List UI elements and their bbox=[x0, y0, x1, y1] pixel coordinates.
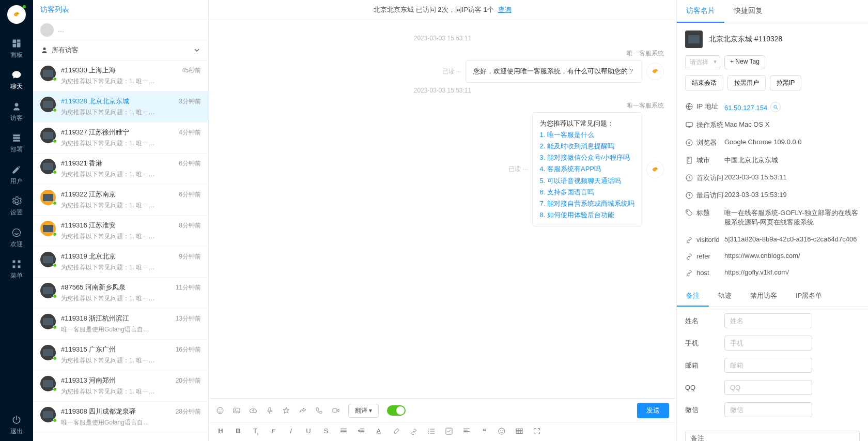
ed-emoji[interactable] bbox=[497, 427, 506, 437]
tag-select[interactable]: 请选择 bbox=[685, 55, 720, 69]
ed-fullscreen[interactable] bbox=[532, 427, 541, 437]
svg-point-9 bbox=[219, 409, 219, 410]
svg-point-8 bbox=[217, 407, 223, 414]
phone-input[interactable] bbox=[724, 336, 812, 351]
visitor-item[interactable]: #119328 北京北京东城3分钟前为您推荐以下常见问题：1. 唯一… bbox=[33, 92, 208, 123]
subtab-ban[interactable]: 禁用访客 bbox=[741, 286, 786, 307]
faq-item[interactable]: 4. 客服系统有APP吗 bbox=[540, 163, 634, 175]
visitor-list-header: 访客列表 bbox=[33, 0, 208, 20]
visitor-item[interactable]: #119330 上海上海45秒前为您推荐以下常见问题：1. 唯一… bbox=[33, 60, 208, 92]
nav-menu[interactable]: 菜单 bbox=[0, 254, 33, 285]
qq-input[interactable] bbox=[724, 380, 812, 395]
ed-heading[interactable]: H bbox=[216, 427, 225, 437]
ed-check[interactable] bbox=[444, 427, 454, 437]
faq-item[interactable]: 5. 可以语音视频聊天通话吗 bbox=[540, 175, 634, 187]
visitor-avatar bbox=[40, 128, 56, 143]
faq-item[interactable]: 7. 能对接自营系统或商城系统吗 bbox=[540, 198, 634, 209]
ed-fontsize[interactable]: TI bbox=[251, 427, 260, 437]
ed-strike[interactable]: S bbox=[321, 427, 331, 437]
translate-button[interactable]: 翻译 ▾ bbox=[348, 404, 379, 418]
ed-link[interactable] bbox=[409, 427, 419, 437]
tab-visitor-card[interactable]: 访客名片 bbox=[677, 0, 724, 23]
upload-button[interactable] bbox=[249, 406, 257, 415]
edit-icon bbox=[11, 164, 22, 175]
nav-dashboard[interactable]: 面板 bbox=[0, 33, 33, 65]
nav-welcome[interactable]: 欢迎 bbox=[0, 222, 33, 254]
visitor-item[interactable]: #119316 江苏淮安8分钟前为您推荐以下常见问题：1. 唯一… bbox=[33, 216, 208, 247]
ed-indent[interactable] bbox=[339, 427, 348, 437]
ed-italic[interactable]: I bbox=[286, 427, 296, 437]
ed-bold[interactable]: B bbox=[234, 427, 243, 437]
faq-item[interactable]: 1. 唯一客服是什么 bbox=[540, 129, 634, 141]
chat-toolbar: 翻译 ▾ 发送 bbox=[209, 398, 676, 422]
ed-list[interactable] bbox=[427, 427, 436, 437]
phone-button[interactable] bbox=[315, 406, 323, 415]
block-user-button[interactable]: 拉黑用户 bbox=[727, 75, 766, 90]
visitor-item[interactable]: #119322 江苏南京6分钟前为您推荐以下常见问题：1. 唯一… bbox=[33, 185, 208, 216]
chat-sender: 唯一客服系统 bbox=[627, 101, 664, 110]
ed-font[interactable]: F bbox=[269, 427, 278, 437]
same-ip-query-link[interactable]: 查询 bbox=[498, 6, 512, 13]
ed-underline[interactable]: U bbox=[304, 427, 313, 437]
link-icon bbox=[685, 268, 693, 277]
video-button[interactable] bbox=[332, 406, 340, 415]
share-button[interactable] bbox=[299, 406, 307, 415]
image-button[interactable] bbox=[233, 406, 241, 415]
tab-quick-reply[interactable]: 快捷回复 bbox=[724, 0, 772, 23]
name-input[interactable] bbox=[724, 313, 812, 328]
faq-item[interactable]: 2. 能及时收到消息提醒吗 bbox=[540, 141, 634, 152]
email-input[interactable] bbox=[724, 358, 812, 373]
ip-value: 61.50.127.154 bbox=[724, 102, 860, 112]
visitor-item[interactable]: #119318 浙江杭州滨江13分钟前唯一客服是使用Golang语言自… bbox=[33, 309, 208, 340]
svg-point-0 bbox=[17, 13, 18, 13]
chat-body[interactable]: 2023-03-03 15:53:11 唯一客服系统 已读 ··· 您好，欢迎使… bbox=[209, 20, 676, 398]
block-ip-button[interactable]: 拉黑IP bbox=[770, 75, 801, 90]
mic-button[interactable] bbox=[266, 406, 274, 415]
visitor-item[interactable]: #119315 广东广州16分钟前为您推荐以下常见问题：1. 唯一… bbox=[33, 340, 208, 371]
faq-item[interactable]: 6. 支持多国语言吗 bbox=[540, 187, 634, 198]
nav-exit[interactable]: 退出 bbox=[0, 409, 33, 441]
nav-visitors[interactable]: 访客 bbox=[0, 96, 33, 128]
ed-quote[interactable]: ❝ bbox=[479, 427, 489, 437]
visitor-time: 28分钟前 bbox=[176, 407, 201, 416]
svg-point-21 bbox=[500, 430, 501, 431]
ip-search-button[interactable] bbox=[770, 102, 781, 112]
faq-item[interactable]: 8. 如何使用体验后台功能 bbox=[540, 209, 634, 221]
ed-outdent[interactable] bbox=[357, 427, 366, 437]
left-nav: 面板 聊天 访客 部署 用户 设置 欢迎 菜单 退出 bbox=[0, 0, 33, 441]
add-tag-button[interactable]: + New Tag bbox=[724, 55, 765, 69]
visitor-item[interactable]: #119313 河南郑州20分钟前为您推荐以下常见问题：1. 唯一… bbox=[33, 371, 208, 402]
logo bbox=[7, 5, 26, 24]
ed-align[interactable] bbox=[462, 427, 471, 437]
visitor-avatar bbox=[40, 221, 56, 236]
chat-message-faq: 为您推荐以下常见问题： 1. 唯一客服是什么2. 能及时收到消息提醒吗3. 能对… bbox=[532, 112, 642, 226]
ed-brush[interactable] bbox=[392, 427, 401, 437]
emoji-button[interactable] bbox=[216, 406, 224, 415]
nav-user[interactable]: 用户 bbox=[0, 159, 33, 191]
nav-settings[interactable]: 设置 bbox=[0, 191, 33, 222]
subtab-ipblacklist[interactable]: IP黑名单 bbox=[786, 286, 831, 307]
nav-deploy[interactable]: 部署 bbox=[0, 128, 33, 159]
toggle-switch[interactable] bbox=[387, 405, 406, 416]
editor-toolbar: H B TI F I U S ❝ bbox=[209, 422, 676, 441]
send-button[interactable]: 发送 bbox=[637, 403, 669, 418]
visitor-item[interactable]: #87565 河南新乡凤泉11分钟前为您推荐以下常见问题：1. 唯一… bbox=[33, 278, 208, 309]
visitor-item[interactable]: #119319 北京北京9分钟前为您推荐以下常见问题：1. 唯一… bbox=[33, 247, 208, 278]
ed-fontcolor[interactable] bbox=[374, 427, 383, 437]
end-session-button[interactable]: 结束会话 bbox=[685, 75, 723, 90]
wechat-input[interactable] bbox=[724, 402, 812, 417]
visitor-avatar bbox=[40, 283, 56, 298]
visitor-title: #119328 北京北京东城 bbox=[61, 97, 129, 106]
visitor-item[interactable]: #119321 香港6分钟前为您推荐以下常见问题：1. 唯一… bbox=[33, 154, 208, 185]
remark-input[interactable] bbox=[685, 431, 860, 441]
visitor-group-toggle[interactable]: 所有访客 bbox=[33, 40, 208, 60]
subtab-remark[interactable]: 备注 bbox=[677, 286, 709, 307]
tag-icon bbox=[685, 209, 693, 217]
nav-chat[interactable]: 聊天 bbox=[0, 65, 33, 96]
subtab-trace[interactable]: 轨迹 bbox=[709, 286, 741, 307]
visitor-item[interactable]: #119308 四川成都龙泉驿28分钟前唯一客服是使用Golang语言自… bbox=[33, 402, 208, 433]
faq-item[interactable]: 3. 能对接微信公众号/小程序吗 bbox=[540, 152, 634, 163]
visitor-item[interactable]: #119327 江苏徐州睢宁4分钟前为您推荐以下常见问题：1. 唯一… bbox=[33, 123, 208, 154]
star-button[interactable] bbox=[282, 406, 290, 415]
ed-table[interactable] bbox=[515, 427, 524, 437]
